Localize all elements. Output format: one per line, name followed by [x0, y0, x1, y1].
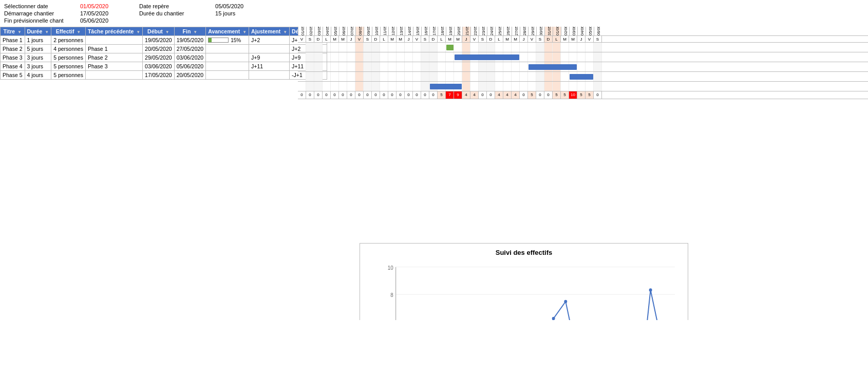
- gantt-cell: [314, 72, 323, 81]
- gantt-cell: [413, 72, 421, 81]
- gantt-date-cell: 07/05/20: [347, 27, 355, 35]
- cell-ajustement: J+9: [249, 53, 290, 62]
- gantt-cell: [586, 43, 594, 52]
- demarrage-value: 17/05/2020: [80, 10, 108, 16]
- gantt-cell: [347, 72, 355, 81]
- col-effectif[interactable]: Effectif ▼: [51, 27, 86, 36]
- gantt-cell: [561, 43, 569, 52]
- col-titre[interactable]: Titre ▼: [1, 27, 25, 36]
- gantt-cell: [438, 72, 446, 81]
- gantt-cell: [495, 62, 503, 71]
- col-debut[interactable]: Début ▼: [143, 27, 175, 36]
- gantt-count-cell: 10: [569, 91, 577, 99]
- gantt-cell: [298, 62, 306, 71]
- gantt-day-cell: S: [421, 36, 429, 42]
- col-duree[interactable]: Durée ▼: [25, 27, 51, 36]
- gantt-cell: [331, 43, 339, 52]
- gantt-cell: [306, 82, 314, 91]
- gantt-cell: [553, 52, 561, 62]
- gantt-cell: [421, 52, 429, 62]
- gantt-cell: [355, 43, 364, 52]
- gantt-cell: [553, 82, 561, 91]
- gantt-cell: [347, 52, 355, 62]
- gantt-cell: [355, 82, 364, 91]
- gantt-cell: [528, 43, 536, 52]
- gantt-cell: [479, 82, 487, 91]
- cell-avancement: 15%: [206, 36, 249, 45]
- gantt-cell: [536, 82, 544, 91]
- gantt-cell: [405, 43, 413, 52]
- fin-prev-value: 05/06/2020: [80, 17, 108, 24]
- gantt-date-cell: 03/05/20: [314, 27, 323, 35]
- gantt-day-cell: J: [577, 36, 586, 42]
- gantt-cell: [594, 82, 602, 91]
- gantt-cell: [380, 62, 388, 71]
- gantt-day-cell: D: [544, 36, 553, 42]
- gantt-count-cell: 0: [388, 91, 397, 99]
- date-repere-label: Date repère: [139, 3, 211, 9]
- gantt-cell: [380, 82, 388, 91]
- col-fin[interactable]: Fin ▼: [174, 27, 206, 36]
- cell-precedente: [85, 36, 142, 45]
- gantt-cell: [462, 62, 470, 71]
- gantt-date-cell: 21/05/20: [462, 27, 470, 35]
- date-repere-value: 05/05/2020: [215, 3, 243, 9]
- gantt-cell: [429, 43, 438, 52]
- gantt-cell: [495, 43, 503, 52]
- gantt-cell: [355, 62, 364, 71]
- gantt-cell: [380, 43, 388, 52]
- gantt-count-cell: 0: [364, 91, 372, 99]
- col-precedente[interactable]: Tâche précédente ▼: [85, 27, 142, 36]
- demarrage-label: Démarrage chantier: [4, 10, 76, 16]
- gantt-cell: [372, 62, 380, 71]
- gantt-cell: [479, 72, 487, 81]
- cell-titre: Phase 2: [1, 45, 25, 53]
- gantt-count-cell: 0: [323, 91, 331, 99]
- cell-avancement: [206, 53, 249, 62]
- gantt-cell: [536, 72, 544, 81]
- gantt-cell: [479, 62, 487, 71]
- fin-prev-label: Fin prévisionnelle chant: [4, 17, 76, 24]
- gantt-cell: [364, 82, 372, 91]
- gantt-cell: [544, 72, 553, 81]
- svg-text:6: 6: [390, 320, 393, 320]
- gantt-count-cell: 0: [544, 91, 553, 99]
- cell-avancement: [206, 62, 249, 71]
- col-ajustement[interactable]: Ajustement ▼: [249, 27, 290, 36]
- gantt-count-cell: 4: [470, 91, 479, 99]
- cell-debut: 03/06/2020: [143, 62, 175, 71]
- gantt-cell: [454, 72, 462, 81]
- gantt-cell: [421, 43, 429, 52]
- gantt-date-cell: 12/05/20: [388, 27, 397, 35]
- gantt-date-cell: 14/05/20: [405, 27, 413, 35]
- cell-fin: 20/05/2020: [174, 71, 206, 80]
- gantt-cell: [339, 82, 347, 91]
- cell-fin: 03/06/2020: [174, 53, 206, 62]
- gantt-date-cell: 11/05/20: [380, 27, 388, 35]
- gantt-cell: [364, 72, 372, 81]
- chart-point: [552, 317, 555, 320]
- cell-avancement: [206, 71, 249, 80]
- gantt-cell: [405, 62, 413, 71]
- info-col-right: Date repère 05/05/2020 Durée du chantier…: [139, 3, 243, 24]
- gantt-count-cell: 7: [446, 91, 454, 99]
- cell-duree: 1 jours: [25, 36, 51, 45]
- gantt-count-cell: 0: [413, 91, 421, 99]
- gantt-cell: [413, 52, 421, 62]
- gantt-cell: [323, 62, 331, 71]
- gantt-cell: [306, 62, 314, 71]
- table-section: Titre ▼ Durée ▼ Effectif ▼ Tâche précéde…: [0, 27, 298, 99]
- gantt-cell: [528, 52, 536, 62]
- gantt-cell: [372, 82, 380, 91]
- gantt-day-cell: M: [503, 36, 512, 42]
- gantt-cell: [421, 82, 429, 91]
- cell-fin: 19/05/2020: [174, 36, 206, 45]
- gantt-count-cell: 0: [405, 91, 413, 99]
- gantt-cell: [429, 72, 438, 81]
- gantt-date-cell: 04/05/20: [323, 27, 331, 35]
- col-avancement[interactable]: Avancement ▼: [206, 27, 249, 36]
- gantt-day-cell: D: [429, 36, 438, 42]
- cell-fin: 05/06/2020: [174, 62, 206, 71]
- gantt-cell: [470, 62, 479, 71]
- gantt-cell: [323, 52, 331, 62]
